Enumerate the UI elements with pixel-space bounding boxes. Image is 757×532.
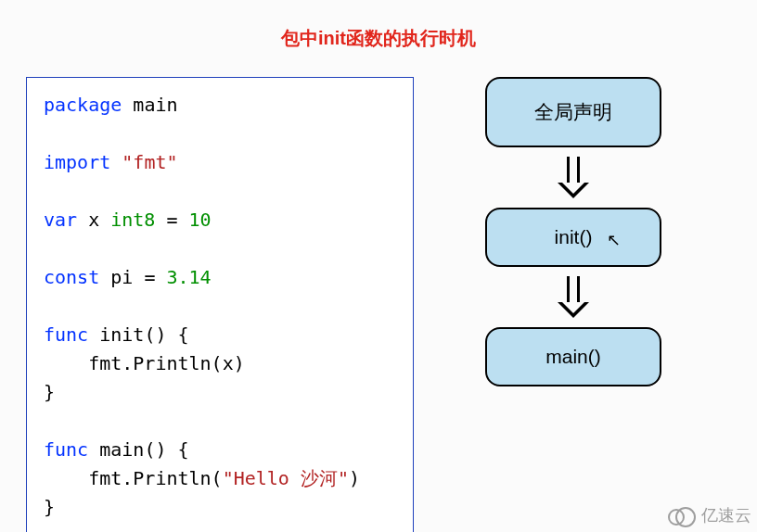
code-text: pi = [99, 266, 166, 288]
code-text: main() { [88, 438, 188, 461]
code-block: package main import "fmt" var x int8 = 1… [26, 77, 414, 532]
watermark: 亿速云 [668, 504, 751, 526]
num-pi: 3.14 [166, 266, 211, 288]
flow-box-main: main() [485, 327, 661, 386]
kw-var: var [44, 209, 77, 231]
watermark-logo-icon [668, 506, 696, 525]
arrow-down-icon [558, 276, 589, 318]
flow-box-label: init() [555, 226, 593, 247]
code-text: } [44, 381, 55, 403]
code-pre: package main import "fmt" var x int8 = 1… [44, 91, 396, 522]
cursor-icon: ↖ [607, 230, 621, 250]
flowchart: 全局声明 init() ↖ main() [481, 77, 666, 386]
code-text: } [44, 496, 55, 518]
code-text: x [77, 209, 110, 231]
code-text: main [122, 94, 177, 116]
code-text: fmt.Println(x) [44, 352, 245, 374]
watermark-text: 亿速云 [701, 504, 751, 526]
kw-package: package [44, 94, 122, 116]
code-text: ) [349, 467, 360, 489]
flow-box-init: init() ↖ [485, 208, 661, 267]
kw-func: func [44, 438, 88, 461]
code-text: init() { [88, 323, 188, 346]
num-10: 10 [189, 209, 212, 231]
kw-import: import [44, 151, 110, 173]
type-int8: int8 [110, 209, 155, 231]
diagram-title: 包中init函数的执行时机 [0, 0, 757, 51]
code-text: = [155, 209, 188, 231]
str-fmt: "fmt" [122, 151, 177, 173]
code-text: fmt.Println( [44, 467, 223, 489]
kw-const: const [44, 266, 99, 288]
diagram-content: package main import "fmt" var x int8 = 1… [0, 51, 757, 532]
flow-box-global-decl: 全局声明 [485, 77, 661, 147]
arrow-down-icon [558, 157, 589, 198]
str-hello: "Hello 沙河" [223, 467, 349, 489]
kw-func: func [44, 323, 88, 346]
